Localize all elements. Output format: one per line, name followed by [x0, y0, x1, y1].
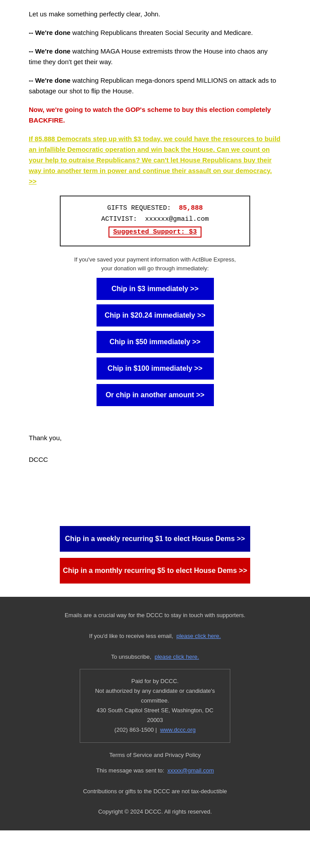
footer-sent-email[interactable]: xxxxx@gmail.com — [167, 767, 214, 774]
legal-line3: 430 South Capitol Street SE, Washington,… — [89, 706, 221, 725]
donate-buttons-container: Chip in $3 immediately >> Chip in $20.24… — [29, 278, 281, 406]
legal-box: Paid for by DCCC. Not authorized by any … — [80, 669, 230, 743]
footer-less-email-link[interactable]: please click here. — [176, 633, 221, 639]
weekly-recurring-button[interactable]: Chip in a weekly recurring $1 to elect H… — [60, 526, 250, 552]
footer-unsubscribe-link[interactable]: please click here. — [155, 653, 199, 660]
bullet-3: -- We're done watching Republican mega-d… — [29, 75, 281, 96]
legal-website-link[interactable]: www.dccc.org — [160, 726, 195, 733]
footer-tax-note: Contributions or gifts to the DCCC are n… — [27, 786, 283, 796]
footer-unsubscribe-prefix: To unsubscribe, — [111, 653, 151, 660]
footer-less-email-prefix: If you'd like to receive less email, — [89, 633, 173, 639]
bullet-2-bold: -- We're done — [29, 47, 70, 55]
intro-paragraph: Let us make something perfectly clear, J… — [29, 9, 281, 19]
footer: Emails are a crucial way for the DCCC to… — [0, 597, 310, 830]
actblue-note: If you've saved your payment information… — [29, 255, 281, 273]
legal-line1: Paid for by DCCC. — [89, 676, 221, 686]
red-line: Now, we're going to watch the GOP's sche… — [29, 104, 281, 126]
actblue-note-line2: your donation will go through immediatel… — [101, 265, 209, 272]
gifts-label: GIFTS REQUESTED: — [107, 204, 171, 212]
chip-50-button[interactable]: Chip in $50 immediately >> — [97, 331, 214, 353]
legal-line4: (202) 863-1500 | www.dccc.org — [89, 725, 221, 735]
actblue-note-line1: If you've saved your payment information… — [74, 256, 236, 263]
thank-you-text: Thank you, — [29, 433, 281, 443]
suggested-link[interactable]: Suggested Support: $3 — [108, 227, 201, 238]
sender-name: DCCC — [29, 454, 281, 465]
chip-100-button[interactable]: Chip in $100 immediately >> — [97, 357, 214, 380]
activist-email: xxxxxx@gmail.com — [145, 215, 209, 223]
legal-phone: (202) 863-1500 | — [114, 726, 157, 733]
yellow-cta-link[interactable]: If 85,888 Democrats step up with $3 toda… — [29, 134, 281, 187]
recurring-section: Chip in a weekly recurring $1 to elect H… — [0, 508, 310, 597]
monthly-recurring-button[interactable]: Chip in a monthly recurring $5 to elect … — [60, 558, 250, 584]
bullet-1-rest: watching Republicans threaten Social Sec… — [70, 29, 253, 36]
bullet-1: -- We're done watching Republicans threa… — [29, 27, 281, 38]
gifts-line: GIFTS REQUESTED: 85,888 — [70, 204, 240, 212]
footer-less-email: If you'd like to receive less email, ple… — [27, 631, 283, 641]
chip-20-button[interactable]: Chip in $20.24 immediately >> — [97, 304, 214, 326]
gifts-number: 85,888 — [179, 204, 203, 212]
activist-label: ACTIVIST: — [101, 215, 137, 223]
thank-you-section: Thank you, DCCC — [0, 428, 310, 482]
chip-3-button[interactable]: Chip in $3 immediately >> — [97, 278, 214, 300]
main-content: Let us make something perfectly clear, J… — [0, 0, 310, 428]
footer-terms: Terms of Service and Privacy Policy — [27, 750, 283, 760]
footer-unsubscribe: To unsubscribe, please click here. — [27, 652, 283, 662]
terms-text: Terms of Service and Privacy Policy — [109, 752, 201, 758]
legal-line2: Not authorized by any candidate or candi… — [89, 686, 221, 706]
gift-box: GIFTS REQUESTED: 85,888 ACTIVIST: xxxxxx… — [60, 196, 250, 246]
footer-line1: Emails are a crucial way for the DCCC to… — [27, 610, 283, 620]
bullet-1-bold: -- We're done — [29, 29, 70, 36]
suggested-support[interactable]: Suggested Support: $3 — [70, 227, 240, 238]
footer-sent-prefix: This message was sent to: — [96, 767, 164, 774]
bullet-2: -- We're done watching MAGA House extrem… — [29, 46, 281, 67]
footer-sent-to: This message was sent to: xxxxx@gmail.co… — [27, 765, 283, 776]
footer-copyright: Copyright © 2024 DCCC. All rights reserv… — [27, 807, 283, 817]
chip-other-button[interactable]: Or chip in another amount >> — [97, 384, 214, 406]
bullet-3-bold: -- We're done — [29, 77, 70, 84]
activist-line: ACTIVIST: xxxxxx@gmail.com — [70, 215, 240, 223]
